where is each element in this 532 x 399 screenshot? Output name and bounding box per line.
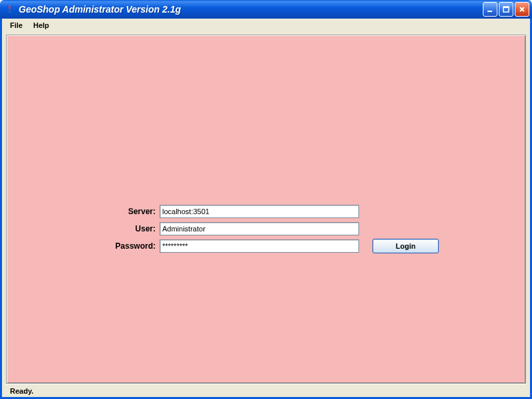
server-label: Server: [100,207,160,216]
close-button[interactable] [515,2,529,17]
maximize-button[interactable] [499,2,513,17]
menu-help[interactable]: Help [28,20,55,31]
user-input[interactable] [160,222,359,235]
user-row: User: [100,220,459,237]
password-row: Password: Login [100,237,459,255]
password-label: Password: [100,241,160,251]
status-text: Ready. [10,387,33,395]
window-controls [483,2,529,17]
title-bar: GeoShop Administrator Version 2.1g [0,0,532,19]
svg-rect-2 [503,7,509,8]
window-body: File Help Server: User: Password: Login [0,19,532,399]
password-input[interactable] [160,239,359,253]
minimize-button[interactable] [483,2,497,17]
svg-rect-0 [487,11,492,12]
server-input[interactable] [160,205,359,218]
menu-file[interactable]: File [5,20,28,31]
login-button[interactable]: Login [372,239,439,253]
login-form: Server: User: Password: Login [100,203,459,255]
login-panel: Server: User: Password: Login [6,35,526,384]
user-label: User: [100,224,160,233]
menu-bar: File Help [2,19,530,32]
java-icon [4,4,15,15]
status-bar: Ready. [6,384,526,397]
server-row: Server: [100,203,459,220]
content-area: Server: User: Password: Login Ready. [2,32,530,397]
window-title: GeoShop Administrator Version 2.1g [19,4,483,15]
